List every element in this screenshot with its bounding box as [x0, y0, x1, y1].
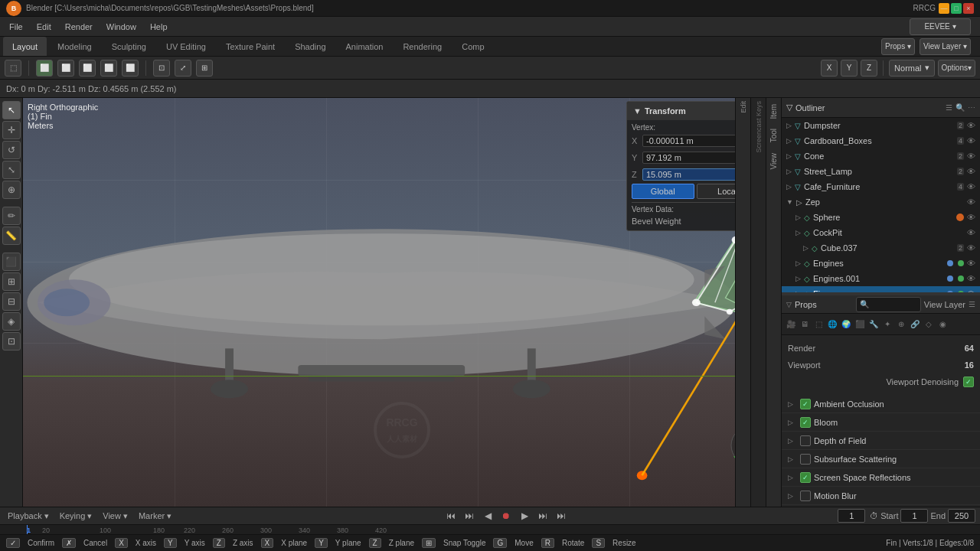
- outliner-item-sphere[interactable]: ▷ ◇ Sphere 👁: [782, 210, 980, 225]
- select-lasso-tool[interactable]: ⬜: [57, 60, 74, 77]
- outliner-item-engines001[interactable]: ▷ ◇ Engines.001 👁: [782, 271, 980, 286]
- extrude-tool[interactable]: ⊞: [2, 272, 21, 291]
- select-all-tool[interactable]: ⬜: [79, 60, 96, 77]
- tab-layout[interactable]: Layout: [3, 37, 47, 56]
- pivot-point-btn[interactable]: ⊡: [153, 60, 170, 77]
- tab-animation[interactable]: Animation: [337, 37, 393, 56]
- dof-checkbox[interactable]: [800, 435, 811, 446]
- end-frame-input[interactable]: 250: [948, 509, 975, 523]
- view-tab[interactable]: View: [767, 148, 780, 174]
- maximize-button[interactable]: □: [951, 3, 962, 14]
- tab-texture-paint[interactable]: Texture Paint: [217, 37, 284, 56]
- subsurface-row[interactable]: ▷ Subsurface Scattering: [782, 450, 980, 468]
- tab-shading[interactable]: Shading: [286, 37, 335, 56]
- world-icon-btn[interactable]: 🌍: [840, 318, 852, 331]
- transform-btn[interactable]: ⤢: [175, 60, 191, 77]
- tab-rendering[interactable]: Rendering: [394, 37, 451, 56]
- mode-dropdown[interactable]: Normal ▾: [889, 60, 934, 77]
- menu-window[interactable]: Window: [100, 21, 142, 33]
- menu-file[interactable]: File: [3, 21, 29, 33]
- xyz-btn-y[interactable]: Y: [841, 60, 858, 77]
- prev-keyframe-btn[interactable]: ⏭: [462, 509, 476, 523]
- cursor-tool[interactable]: ↖: [2, 101, 21, 119]
- outliner-item-engines[interactable]: ▷ ◇ Engines 👁: [782, 256, 980, 271]
- modifier-icon-btn[interactable]: 🔧: [867, 318, 880, 331]
- visibility-icon[interactable]: 👁: [967, 136, 975, 145]
- item-tab[interactable]: Item: [767, 99, 780, 123]
- tool-tab[interactable]: Tool: [767, 124, 780, 147]
- loop-cut-tool[interactable]: ⊡: [2, 332, 21, 350]
- visibility-icon[interactable]: 👁: [967, 197, 975, 207]
- material-icon-btn[interactable]: ◉: [936, 318, 949, 331]
- outliner-item-dumpster[interactable]: ▷ ▽ Dumpster 2 👁: [782, 118, 980, 133]
- timeline-ruler[interactable]: 1 20 100 180 220 260 300 340 380 420: [0, 525, 980, 534]
- inset-tool[interactable]: ⊟: [2, 292, 21, 311]
- ssr-checkbox[interactable]: [800, 472, 811, 483]
- visibility-icon[interactable]: 👁: [967, 259, 975, 268]
- minimize-button[interactable]: —: [939, 3, 949, 14]
- menu-help[interactable]: Help: [144, 21, 174, 33]
- ao-checkbox[interactable]: [800, 399, 811, 409]
- scale-tool[interactable]: ⤡: [2, 161, 21, 179]
- props-search-input[interactable]: [871, 300, 917, 309]
- add-cube-tool[interactable]: ⬛: [2, 253, 21, 271]
- outliner-item-cube037[interactable]: ▷ ◇ Cube.037 2 👁: [782, 240, 980, 256]
- outliner-item-cockpit[interactable]: ▷ ◇ CockPit 👁: [782, 225, 980, 240]
- outliner-item-cone[interactable]: ▷ ▽ Cone 2 👁: [782, 148, 980, 164]
- next-keyframe-btn[interactable]: ⏭: [536, 509, 550, 523]
- current-frame-input[interactable]: 1: [838, 509, 865, 523]
- bloom-checkbox[interactable]: [800, 417, 811, 428]
- xyz-btn-x[interactable]: X: [821, 60, 838, 77]
- view-dropdown[interactable]: View ▾: [100, 511, 131, 521]
- viewport-value[interactable]: 16: [965, 360, 974, 370]
- global-button[interactable]: Global: [632, 184, 694, 199]
- object-icon-btn[interactable]: ⬛: [854, 318, 866, 331]
- start-frame-input[interactable]: 1: [900, 509, 928, 523]
- xyz-btn-z[interactable]: Z: [861, 60, 877, 77]
- visibility-icon[interactable]: 👁: [967, 228, 975, 237]
- bevel-tool[interactable]: ◈: [2, 312, 21, 331]
- edit-label[interactable]: Edit: [738, 98, 749, 116]
- ssr-row[interactable]: ▷ Screen Space Reflections: [782, 468, 980, 487]
- outliner-item-fin[interactable]: ▷ ◇ Fin 👁: [782, 286, 980, 294]
- step-forward-btn[interactable]: ▶: [518, 509, 531, 523]
- jump-start-btn[interactable]: ⏮: [444, 509, 458, 523]
- outliner-item-streetlamp[interactable]: ▷ ▽ Street_Lamp 2 👁: [782, 164, 980, 179]
- viewport-3d[interactable]: Right Orthographic (1) Fin Meters RRCG 人…: [23, 98, 781, 507]
- engine-selector[interactable]: EEVEE ▾: [910, 18, 971, 35]
- ambient-occlusion-row[interactable]: ▷ Ambient Occlusion: [782, 395, 980, 413]
- scene-icon-btn[interactable]: 🌐: [826, 318, 838, 331]
- view-layer-icon-btn[interactable]: ⬚: [812, 318, 825, 331]
- outliner-search-icon[interactable]: 🔍: [956, 103, 965, 112]
- bloom-row[interactable]: ▷ Bloom: [782, 413, 980, 432]
- visibility-icon[interactable]: 👁: [967, 152, 975, 161]
- visibility-icon[interactable]: 👁: [967, 213, 975, 222]
- outliner-item-cafe[interactable]: ▷ ▽ Cafe_Furniture 4 👁: [782, 179, 980, 194]
- jump-end-btn[interactable]: ⏭: [554, 509, 568, 523]
- view-layer-button[interactable]: View Layer ▾: [920, 38, 971, 55]
- outliner-filter-icon[interactable]: ☰: [946, 103, 952, 112]
- props-filter-icon[interactable]: ☰: [969, 300, 975, 308]
- outliner-options-icon[interactable]: ⋯: [968, 103, 975, 112]
- particles-icon-btn[interactable]: ✦: [881, 318, 893, 331]
- tab-sculpting[interactable]: Sculpting: [103, 37, 155, 56]
- playback-dropdown[interactable]: Playback ▾: [5, 511, 52, 521]
- mb-checkbox[interactable]: [800, 491, 811, 501]
- menu-render[interactable]: Render: [59, 21, 99, 33]
- select-circle-tool[interactable]: ⬜: [36, 60, 53, 77]
- annotate-tool[interactable]: ✏: [2, 207, 21, 225]
- render-icon-btn[interactable]: 🎥: [785, 318, 797, 331]
- output-icon-btn[interactable]: 🖥: [799, 318, 811, 331]
- select-none-tool[interactable]: ⬜: [100, 60, 117, 77]
- visibility-icon[interactable]: 👁: [967, 121, 975, 130]
- snap-btn[interactable]: ⊞: [196, 60, 213, 77]
- visibility-icon[interactable]: 👁: [967, 274, 975, 283]
- props-search[interactable]: 🔍: [856, 297, 921, 312]
- measure-tool[interactable]: 📏: [2, 227, 21, 245]
- options-btn[interactable]: Options ▾: [938, 60, 975, 77]
- step-back-btn[interactable]: ◀: [481, 509, 495, 523]
- visibility-icon[interactable]: 👁: [967, 243, 975, 253]
- motion-blur-row[interactable]: ▷ Motion Blur: [782, 487, 980, 505]
- physics-icon-btn[interactable]: ⊕: [895, 318, 907, 331]
- props-button[interactable]: Props ▾: [881, 38, 915, 55]
